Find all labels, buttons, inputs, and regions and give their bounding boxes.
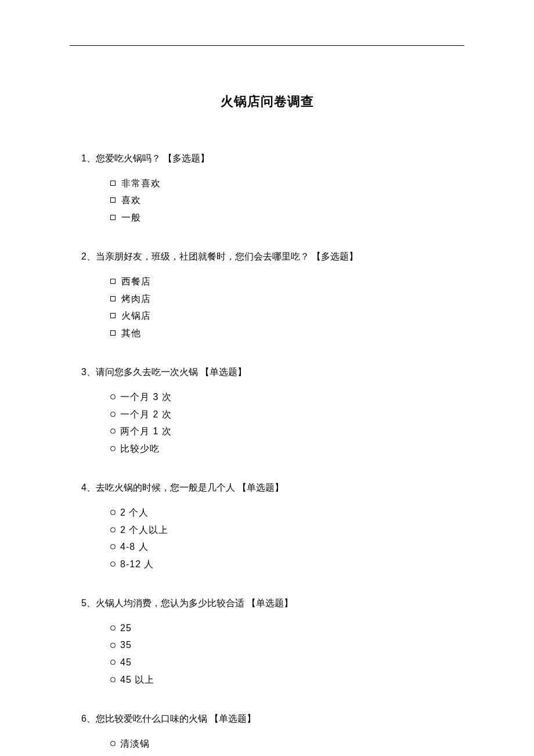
option-label: 2 个人 [120, 504, 149, 521]
question-text: 5、火锅人均消费，您认为多少比较合适 【单选题】 [81, 596, 453, 611]
header-divider [70, 45, 464, 46]
option-item[interactable]: 火锅店 [110, 307, 453, 325]
checkbox-icon [110, 313, 116, 318]
radio-icon [110, 625, 116, 631]
question-block: 1、您爱吃火锅吗？ 【多选题】非常喜欢喜欢一般 [81, 151, 453, 226]
radio-icon [110, 741, 116, 746]
option-item[interactable]: 比较少吃 [110, 440, 453, 458]
option-label: 25 [120, 620, 132, 637]
option-item[interactable]: 一个月 2 次 [110, 406, 453, 423]
options-list: 非常喜欢喜欢一般 [81, 175, 453, 226]
option-item[interactable]: 非常喜欢 [110, 175, 453, 192]
option-item[interactable]: 2 个人以上 [110, 521, 453, 539]
radio-icon [110, 429, 116, 434]
option-label: 非常喜欢 [121, 175, 161, 192]
radio-icon [110, 643, 116, 648]
option-label: 清淡锅 [120, 735, 150, 753]
checkbox-icon [110, 330, 116, 336]
radio-icon [110, 510, 116, 515]
option-label: 火锅店 [121, 307, 151, 325]
radio-icon [110, 412, 116, 417]
option-label: 4-8 人 [120, 538, 149, 556]
radio-icon [110, 527, 116, 532]
option-label: 其他 [121, 325, 141, 342]
option-item[interactable]: 其他 [110, 325, 453, 342]
radio-icon [110, 660, 116, 665]
question-block: 3、请问您多久去吃一次火锅 【单选题】一个月 3 次一个月 2 次两个月 1 次… [81, 365, 453, 457]
option-item[interactable]: 一个月 3 次 [110, 388, 453, 406]
options-list: 西餐店烤肉店火锅店其他 [81, 273, 453, 341]
option-item[interactable]: 8-12 人 [110, 556, 453, 573]
option-label: 35 [120, 636, 132, 654]
options-list: 2 个人2 个人以上4-8 人8-12 人 [81, 504, 453, 573]
checkbox-icon [110, 296, 116, 301]
option-label: 烤肉店 [121, 290, 151, 308]
radio-icon [110, 394, 116, 399]
option-item[interactable]: 4-8 人 [110, 538, 453, 556]
option-label: 麻辣锅 [120, 752, 150, 756]
option-label: 喜欢 [121, 192, 141, 209]
option-item[interactable]: 2 个人 [110, 504, 453, 521]
survey-page: 火锅店问卷调查 1、您爱吃火锅吗？ 【多选题】非常喜欢喜欢一般2、当亲朋好友，班… [0, 0, 534, 756]
radio-icon [110, 677, 116, 682]
option-item[interactable]: 25 [110, 620, 453, 637]
checkbox-icon [110, 279, 116, 284]
page-title: 火锅店问卷调查 [81, 93, 453, 110]
question-block: 2、当亲朋好友，班级，社团就餐时，您们会去哪里吃？ 【多选题】西餐店烤肉店火锅店… [81, 249, 453, 341]
radio-icon [110, 561, 116, 567]
option-label: 比较少吃 [120, 440, 160, 458]
option-item[interactable]: 一般 [110, 209, 453, 226]
question-text: 4、去吃火锅的时候，您一般是几个人 【单选题】 [81, 480, 453, 495]
option-item[interactable]: 清淡锅 [110, 735, 453, 753]
option-label: 8-12 人 [120, 556, 154, 573]
options-list: 清淡锅麻辣锅 [81, 735, 453, 756]
question-text: 2、当亲朋好友，班级，社团就餐时，您们会去哪里吃？ 【多选题】 [81, 249, 453, 264]
question-block: 4、去吃火锅的时候，您一般是几个人 【单选题】2 个人2 个人以上4-8 人8-… [81, 480, 453, 573]
option-item[interactable]: 西餐店 [110, 273, 453, 290]
option-item[interactable]: 45 以上 [110, 671, 453, 689]
radio-icon [110, 446, 116, 451]
option-item[interactable]: 喜欢 [110, 192, 453, 209]
option-label: 一个月 3 次 [120, 388, 172, 406]
option-label: 2 个人以上 [120, 521, 168, 539]
option-label: 45 以上 [120, 671, 154, 689]
question-text: 3、请问您多久去吃一次火锅 【单选题】 [81, 365, 453, 380]
option-label: 两个月 1 次 [120, 423, 172, 440]
option-label: 西餐店 [121, 273, 151, 290]
option-item[interactable]: 45 [110, 654, 453, 671]
option-item[interactable]: 35 [110, 636, 453, 654]
option-label: 45 [120, 654, 132, 671]
radio-icon [110, 544, 116, 549]
question-block: 6、您比较爱吃什么口味的火锅 【单选题】清淡锅麻辣锅 [81, 711, 453, 756]
checkbox-icon [110, 197, 116, 203]
question-text: 1、您爱吃火锅吗？ 【多选题】 [81, 151, 453, 166]
options-list: 25354545 以上 [81, 620, 453, 688]
checkbox-icon [110, 215, 116, 220]
option-label: 一般 [121, 209, 141, 226]
option-item[interactable]: 两个月 1 次 [110, 423, 453, 440]
option-item[interactable]: 烤肉店 [110, 290, 453, 308]
options-list: 一个月 3 次一个月 2 次两个月 1 次比较少吃 [81, 388, 453, 457]
question-block: 5、火锅人均消费，您认为多少比较合适 【单选题】25354545 以上 [81, 596, 453, 688]
checkbox-icon [110, 181, 116, 186]
question-text: 6、您比较爱吃什么口味的火锅 【单选题】 [81, 711, 453, 726]
option-item[interactable]: 麻辣锅 [110, 752, 453, 756]
option-label: 一个月 2 次 [120, 406, 172, 423]
questions-container: 1、您爱吃火锅吗？ 【多选题】非常喜欢喜欢一般2、当亲朋好友，班级，社团就餐时，… [81, 151, 453, 756]
